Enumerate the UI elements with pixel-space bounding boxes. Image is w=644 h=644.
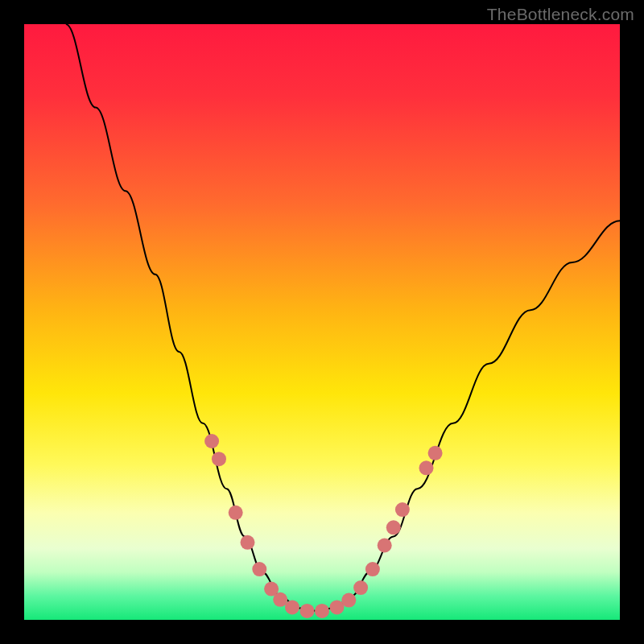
- highlight-dot: [353, 580, 368, 595]
- highlight-dot: [300, 604, 315, 618]
- highlight-dot: [395, 502, 410, 517]
- highlight-dot: [204, 434, 219, 448]
- bottleneck-curve: [66, 24, 620, 611]
- highlight-dot: [386, 520, 401, 535]
- curve-layer: [24, 24, 620, 620]
- plot-area: [24, 24, 620, 620]
- highlight-dot: [341, 593, 356, 608]
- highlight-dot: [241, 535, 255, 550]
- highlight-dot: [273, 592, 287, 607]
- highlight-dot: [229, 506, 243, 520]
- chart-frame: TheBottleneck.com: [0, 0, 644, 644]
- highlight-dot: [212, 452, 226, 466]
- watermark-text: TheBottleneck.com: [487, 5, 634, 24]
- highlight-dot: [285, 600, 299, 614]
- highlight-dot: [419, 460, 434, 475]
- highlight-dots: [204, 434, 442, 618]
- highlight-dot: [428, 446, 443, 460]
- highlight-dot: [365, 562, 380, 576]
- highlight-dot: [315, 604, 329, 618]
- highlight-dot: [378, 539, 392, 553]
- highlight-dot: [252, 562, 266, 576]
